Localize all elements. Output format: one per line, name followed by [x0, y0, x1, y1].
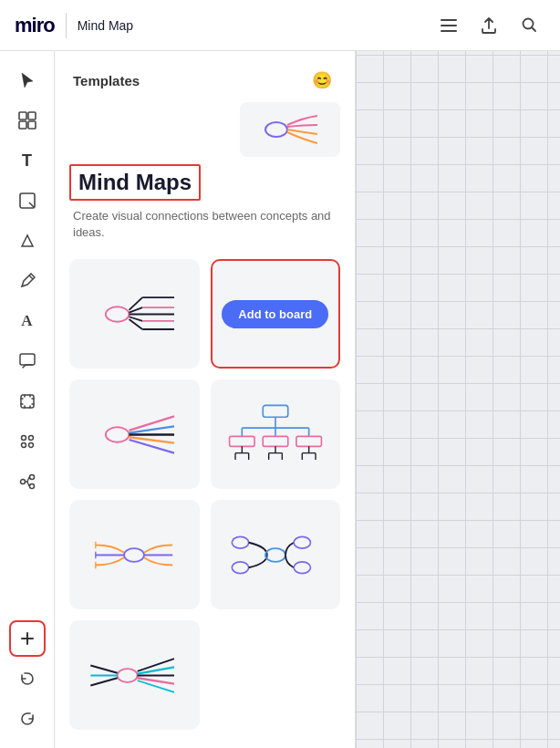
emoji-button[interactable]: 😊 [307, 66, 337, 95]
template-card-7[interactable] [69, 620, 200, 730]
template-card-2[interactable]: Add to board [211, 259, 341, 369]
svg-point-17 [29, 484, 34, 489]
svg-point-65 [118, 669, 138, 682]
topbar-divider [66, 13, 67, 38]
svg-rect-43 [296, 436, 322, 446]
frame-crop-tool[interactable] [9, 383, 46, 420]
svg-line-72 [91, 665, 118, 672]
svg-point-18 [265, 122, 287, 137]
preview-card [240, 102, 340, 157]
sidebar: T A [0, 51, 55, 748]
svg-rect-9 [20, 354, 35, 365]
undo-button[interactable] [9, 660, 46, 697]
template-card-6[interactable] [211, 500, 341, 609]
svg-point-56 [124, 548, 144, 562]
text-tool-label: T [22, 151, 32, 171]
template-grid: Add to board [55, 252, 355, 744]
svg-point-63 [294, 536, 310, 548]
svg-rect-42 [263, 436, 288, 446]
font-tool-label: A [21, 312, 32, 330]
miro-logo: miro [15, 14, 55, 37]
section-title: Mind Maps [71, 166, 199, 199]
frames-tool[interactable] [9, 102, 46, 139]
sticky-tool[interactable] [9, 182, 46, 219]
board-title: Mind Map [78, 18, 133, 33]
add-button[interactable] [9, 620, 46, 657]
template-card-1[interactable] [69, 259, 200, 369]
svg-point-14 [28, 443, 33, 448]
svg-point-61 [232, 562, 248, 574]
svg-rect-1 [441, 25, 457, 26]
svg-point-15 [20, 480, 25, 484]
svg-line-68 [138, 667, 174, 673]
svg-rect-35 [263, 405, 288, 417]
svg-point-13 [21, 443, 26, 448]
shapes-tool[interactable] [9, 223, 46, 259]
search-button[interactable] [513, 9, 545, 42]
templates-panel: Templates 😊 Mind Maps Create visual conn… [55, 51, 356, 748]
font-tool[interactable]: A [9, 303, 46, 339]
svg-point-29 [106, 427, 130, 442]
svg-point-64 [294, 562, 310, 574]
svg-line-74 [91, 678, 118, 685]
template-card-4[interactable] [211, 379, 341, 489]
svg-rect-2 [441, 30, 457, 32]
svg-rect-6 [19, 121, 26, 129]
svg-rect-0 [441, 19, 457, 21]
pen-tool[interactable] [9, 263, 46, 299]
share-button[interactable] [472, 9, 505, 42]
menu-button[interactable] [432, 9, 465, 42]
apps-tool[interactable] [9, 423, 46, 460]
panel-header: Templates 😊 [55, 51, 355, 102]
panel-title: Templates [73, 73, 140, 88]
svg-rect-41 [229, 436, 254, 446]
template-card-5[interactable] [69, 500, 200, 609]
comment-tool[interactable] [9, 343, 46, 379]
topbar: miro Mind Map [0, 0, 560, 51]
header-preview [55, 102, 355, 164]
svg-rect-7 [28, 121, 36, 129]
template-card-3[interactable] [69, 379, 200, 489]
cursor-tool[interactable] [9, 62, 46, 99]
svg-rect-5 [28, 112, 36, 119]
topbar-actions [432, 9, 545, 42]
section-description: Create visual connections between concep… [55, 204, 355, 252]
svg-rect-4 [19, 112, 26, 119]
redo-button[interactable] [9, 701, 46, 737]
add-to-board-button[interactable]: Add to board [222, 300, 328, 328]
svg-point-19 [106, 306, 130, 322]
svg-point-12 [28, 436, 33, 441]
svg-point-62 [265, 548, 285, 562]
svg-point-11 [21, 436, 26, 441]
svg-rect-10 [21, 395, 34, 408]
text-tool[interactable]: T [9, 142, 46, 179]
integrations-tool[interactable] [9, 463, 46, 500]
svg-point-60 [232, 536, 248, 548]
svg-point-16 [29, 475, 34, 480]
